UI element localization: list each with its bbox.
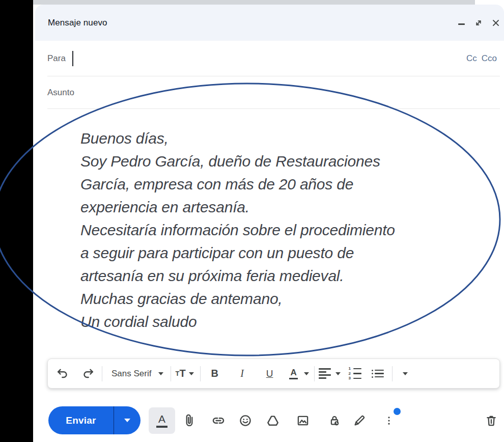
toolbar-separator [171, 366, 171, 381]
italic-button[interactable]: I [232, 364, 253, 384]
bullet-list-icon [372, 370, 384, 378]
emoji-icon [238, 413, 253, 428]
image-icon [296, 413, 310, 428]
discard-draft-button[interactable] [482, 411, 500, 430]
numbered-list-icon: 1 2 3 [349, 367, 361, 380]
left-black-strip [0, 0, 33, 442]
compose-header: Mensaje nuevo [35, 5, 504, 41]
pen-icon [352, 413, 367, 428]
bullet-list-button[interactable] [372, 364, 384, 384]
chevron-down-icon [403, 372, 408, 375]
bold-button[interactable]: B [205, 364, 225, 384]
chevron-down-icon [189, 372, 194, 375]
more-formatting-button[interactable] [397, 364, 414, 384]
lock-clock-icon [327, 413, 342, 428]
recipients-row[interactable]: Para Cc Cco [47, 41, 500, 76]
insert-drive-button[interactable] [264, 411, 282, 430]
undo-button[interactable] [53, 364, 73, 384]
screenshot-stage: Mensaje nuevo Para [0, 0, 504, 442]
numbered-list-button[interactable]: 1 2 3 [349, 364, 361, 384]
size-icon-large: T [179, 368, 185, 379]
text-color-button[interactable]: A [286, 364, 309, 384]
redo-icon [81, 367, 94, 380]
link-icon [211, 413, 226, 428]
top-gray-strip [33, 0, 475, 5]
body-line: experiencia en artesanía. [80, 196, 488, 218]
redo-button[interactable] [77, 364, 98, 384]
send-button-group: Enviar [48, 406, 141, 434]
subject-label: Asunto [47, 88, 74, 98]
chevron-down-icon [124, 419, 130, 422]
toolbar-separator [102, 366, 102, 381]
close-button[interactable] [490, 17, 502, 29]
chevron-down-icon [304, 372, 309, 375]
body-line: García, empresa con más de 20 años de [80, 173, 488, 196]
undo-icon [57, 367, 70, 380]
body-line: Un cordial saludo [80, 310, 488, 333]
body-line: Muchas gracias de antemano, [80, 287, 488, 310]
insert-emoji-button[interactable] [236, 411, 255, 430]
formatting-a-icon: A [158, 413, 165, 424]
drive-icon [266, 413, 280, 428]
toolbar-separator [392, 366, 393, 381]
cc-link[interactable]: Cc [466, 53, 477, 64]
send-options-button[interactable] [114, 419, 141, 422]
toolbar-separator [200, 366, 201, 381]
compose-window: Mensaje nuevo Para [35, 5, 504, 442]
body-line: a seguir para participar con un puesto d… [80, 241, 488, 264]
minimize-icon [458, 23, 465, 24]
text-color-icon: A [286, 368, 301, 379]
close-icon [491, 18, 501, 28]
subject-row[interactable]: Asunto [47, 76, 500, 109]
insert-link-button[interactable] [209, 411, 228, 430]
align-dropdown[interactable] [319, 364, 341, 384]
message-body-editor[interactable]: Buenos días, Soy Pedro García, dueño de … [80, 127, 488, 333]
insert-photo-button[interactable] [294, 411, 312, 430]
attach-file-button[interactable] [180, 411, 199, 430]
bcc-link[interactable]: Cco [482, 53, 497, 64]
popout-button[interactable] [472, 17, 485, 29]
formatting-a-underline [156, 426, 167, 428]
font-family-dropdown[interactable]: Sans Serif [106, 364, 163, 384]
formatting-options-toggle[interactable]: A [149, 407, 175, 434]
to-label: Para [47, 53, 66, 64]
underline-button[interactable]: U [260, 364, 280, 384]
insert-signature-button[interactable] [350, 411, 369, 430]
minimize-button[interactable] [455, 17, 467, 29]
size-icon-small: T [175, 370, 179, 377]
confidential-mode-button[interactable] [325, 411, 344, 430]
cc-bcc-links: Cc Cco [466, 53, 497, 64]
window-controls [455, 17, 502, 29]
paperclip-icon [182, 413, 197, 428]
body-line: Necesitaría información sobre el procedi… [80, 218, 488, 241]
chevron-down-icon [335, 372, 341, 375]
send-button[interactable]: Enviar [48, 415, 114, 426]
font-size-dropdown[interactable]: T T [175, 364, 193, 384]
formatting-toolbar: Sans Serif T T B I U A [47, 358, 500, 389]
body-line: Buenos días, [80, 127, 488, 150]
body-line: Soy Pedro García, dueño de Restauracione… [80, 150, 488, 173]
notification-dot [394, 408, 401, 415]
popout-icon [473, 18, 484, 28]
font-family-value: Sans Serif [111, 369, 151, 379]
more-vertical-dots-icon [382, 414, 396, 427]
compose-title: Mensaje nuevo [48, 18, 107, 28]
toolbar-separator [314, 366, 315, 381]
text-cursor [72, 51, 73, 66]
body-line: artesanía en su próxima feria medieval. [80, 264, 488, 287]
align-left-icon [319, 368, 332, 379]
trash-icon [484, 413, 498, 428]
chevron-down-icon [158, 372, 163, 375]
